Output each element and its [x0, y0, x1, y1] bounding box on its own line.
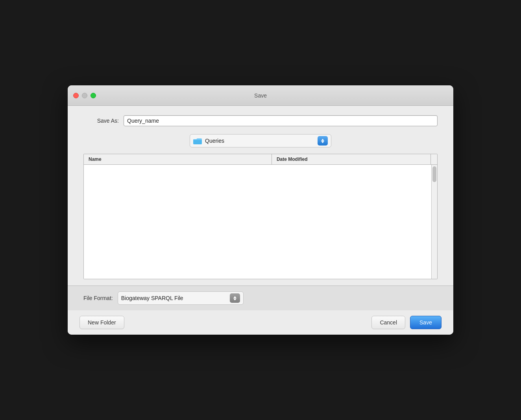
minimize-button[interactable]	[82, 93, 87, 98]
col-date-header: Date Modified	[272, 154, 431, 164]
stepper-arrows	[321, 139, 324, 143]
scrollbar-track[interactable]	[431, 165, 437, 279]
file-format-dropdown[interactable]: Biogateway SPARQL File	[118, 291, 244, 305]
folder-icon	[193, 137, 202, 144]
file-format-stepper-arrows	[233, 296, 236, 300]
file-format-bar: File Format: Biogateway SPARQL File	[68, 286, 453, 310]
save-as-row: Save As:	[83, 115, 438, 126]
maximize-button[interactable]	[91, 93, 96, 98]
window-title: Save	[254, 92, 267, 99]
file-list	[84, 165, 431, 279]
arrow-up-icon	[321, 139, 324, 141]
location-stepper[interactable]	[318, 136, 328, 146]
arrow-down-icon	[321, 141, 324, 143]
file-browser-body[interactable]	[84, 165, 431, 279]
col-extra-header	[431, 154, 437, 164]
save-as-input[interactable]	[124, 115, 438, 126]
cancel-button[interactable]: Cancel	[371, 316, 405, 329]
file-format-label: File Format:	[83, 295, 113, 301]
file-format-stepper[interactable]	[230, 293, 240, 303]
save-dialog: Save Save As: Queries	[68, 85, 453, 335]
col-name-header: Name	[84, 154, 272, 164]
location-left: Queries	[193, 137, 224, 144]
file-browser-scrollbar	[84, 165, 437, 279]
title-bar: Save	[68, 85, 453, 106]
file-browser: Name Date Modified	[83, 154, 438, 279]
dialog-footer: New Folder Cancel Save	[68, 310, 453, 335]
scrollbar-thumb[interactable]	[432, 166, 436, 182]
location-label: Queries	[205, 138, 224, 144]
file-browser-header: Name Date Modified	[84, 154, 437, 165]
dialog-body: Save As: Queries	[68, 106, 453, 286]
file-format-value: Biogateway SPARQL File	[121, 295, 183, 301]
save-as-label: Save As:	[83, 118, 119, 124]
footer-right: Cancel Save	[371, 316, 442, 329]
location-dropdown[interactable]: Queries	[190, 134, 331, 147]
traffic-lights	[73, 93, 96, 98]
location-row: Queries	[83, 134, 438, 147]
save-button[interactable]: Save	[410, 316, 442, 329]
close-button[interactable]	[73, 93, 79, 98]
format-arrow-up-icon	[233, 296, 236, 298]
new-folder-button[interactable]: New Folder	[79, 316, 124, 329]
format-arrow-down-icon	[233, 298, 236, 300]
